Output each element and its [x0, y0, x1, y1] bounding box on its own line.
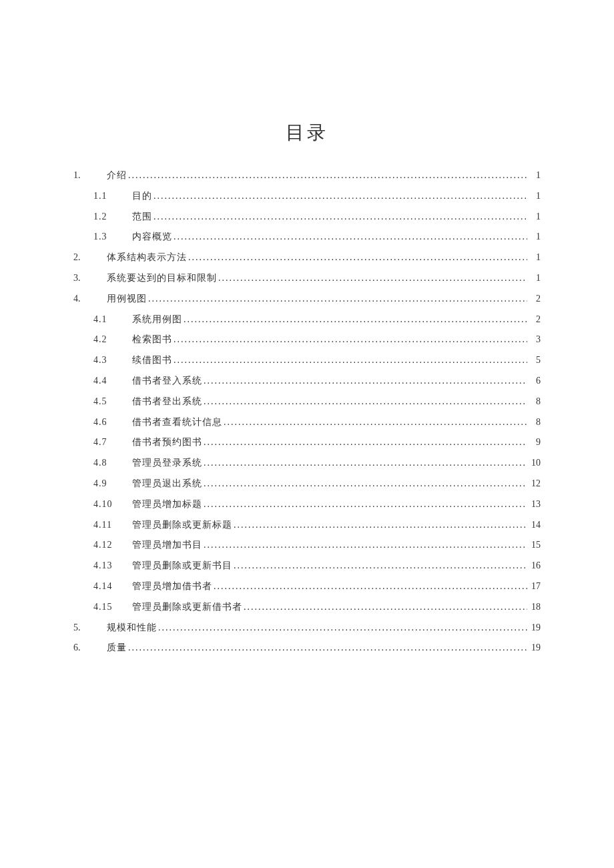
toc-entry-number: 1.2	[93, 207, 132, 228]
toc-entry-page: 8	[527, 412, 541, 433]
toc-entry-page: 15	[527, 535, 541, 556]
toc-entry[interactable]: 1.2范围1	[73, 207, 541, 228]
toc-entry-number: 1.1	[93, 186, 132, 207]
toc-entry-number: 4.2	[93, 330, 132, 350]
toc-entry-title: 管理员删除或更新借书者	[132, 597, 242, 618]
toc-entry-number: 4.1	[93, 310, 132, 330]
toc-entry[interactable]: 1.1目的1	[73, 186, 541, 207]
toc-entry-number: 4.8	[93, 453, 132, 474]
toc-entry[interactable]: 1.3内容概览1	[73, 227, 541, 248]
toc-entry[interactable]: 4.10管理员增加标题13	[73, 494, 541, 515]
page-title: 目录	[73, 120, 541, 145]
toc-entry[interactable]: 4.3续借图书5	[73, 350, 541, 371]
toc-entry-page: 1	[527, 227, 541, 248]
toc-entry-number: 4.3	[93, 350, 132, 371]
toc-entry-title: 规模和性能	[107, 618, 157, 638]
toc-entry-title: 管理员登录系统	[132, 453, 202, 474]
toc-dots	[242, 597, 527, 618]
toc-dots	[152, 207, 527, 228]
toc-dots	[202, 474, 527, 494]
toc-entry[interactable]: 4.15管理员删除或更新借书者18	[73, 597, 541, 618]
toc-dots	[147, 289, 527, 310]
toc-dots	[212, 576, 527, 597]
toc-entry-title: 借书者登出系统	[132, 392, 202, 412]
toc-entry[interactable]: 4.14管理员增加借书者17	[73, 576, 541, 597]
toc-entry-page: 8	[527, 392, 541, 412]
toc-entry[interactable]: 4.用例视图2	[73, 289, 541, 310]
toc-entry-page: 6	[527, 371, 541, 392]
toc-entry-page: 2	[527, 289, 541, 310]
toc-entry-title: 管理员增加书目	[132, 535, 202, 556]
toc-entry[interactable]: 4.7借书者预约图书9	[73, 432, 541, 453]
toc-dots	[182, 310, 527, 330]
toc-dots	[152, 186, 527, 207]
toc-dots	[127, 638, 527, 659]
toc-entry[interactable]: 4.12管理员增加书目15	[73, 535, 541, 556]
toc-entry[interactable]: 1.介绍1	[73, 165, 541, 186]
toc-entry-page: 12	[527, 474, 541, 494]
toc-dots	[202, 392, 527, 412]
toc-entry[interactable]: 4.9管理员退出系统12	[73, 474, 541, 494]
toc-entry[interactable]: 4.13管理员删除或更新书目16	[73, 556, 541, 576]
toc-entry-title: 系统要达到的目标和限制	[107, 268, 217, 289]
toc-entry[interactable]: 4.6借书者查看统计信息8	[73, 412, 541, 433]
toc-entry[interactable]: 4.11管理员删除或更新标题14	[73, 515, 541, 536]
toc-entry-page: 10	[527, 453, 541, 474]
toc-entry-page: 18	[527, 597, 541, 618]
toc-entry-title: 用例视图	[107, 289, 147, 310]
toc-entry-title: 管理员退出系统	[132, 474, 202, 494]
toc-entry-title: 管理员删除或更新书目	[132, 556, 232, 576]
toc-entry-number: 4.10	[93, 494, 132, 515]
toc-entry-title: 管理员增加标题	[132, 494, 202, 515]
toc-entry-number: 4.11	[93, 515, 132, 536]
toc-entry[interactable]: 4.8管理员登录系统10	[73, 453, 541, 474]
toc-entry-page: 17	[527, 576, 541, 597]
toc-entry-number: 4.14	[93, 576, 132, 597]
toc-entry-page: 1	[527, 248, 541, 268]
toc-entry-page: 1	[527, 268, 541, 289]
toc-entry[interactable]: 4.2检索图书3	[73, 330, 541, 350]
toc-entry-number: 1.	[73, 165, 107, 186]
toc-entry-page: 13	[527, 494, 541, 515]
toc-dots	[172, 350, 527, 371]
toc-entry[interactable]: 6.质量19	[73, 638, 541, 659]
toc-entry[interactable]: 4.5借书者登出系统8	[73, 392, 541, 412]
toc-entry-number: 6.	[73, 638, 107, 659]
toc-entry-page: 19	[527, 638, 541, 659]
toc-entry-number: 4.	[73, 289, 107, 310]
toc-entry-title: 介绍	[107, 165, 127, 186]
toc-entry-page: 2	[527, 310, 541, 330]
toc-entry-page: 1	[527, 186, 541, 207]
table-of-contents: 1.介绍11.1目的11.2范围11.3内容概览12.体系结构表示方法13.系统…	[73, 165, 541, 659]
toc-entry[interactable]: 4.4借书者登入系统6	[73, 371, 541, 392]
toc-entry-number: 1.3	[93, 227, 132, 248]
toc-entry[interactable]: 5.规模和性能19	[73, 618, 541, 638]
toc-entry-number: 4.7	[93, 432, 132, 453]
toc-entry-page: 9	[527, 432, 541, 453]
toc-entry-number: 4.12	[93, 535, 132, 556]
toc-entry-number: 5.	[73, 618, 107, 638]
toc-dots	[187, 248, 527, 268]
toc-entry[interactable]: 4.1系统用例图2	[73, 310, 541, 330]
toc-dots	[232, 556, 527, 576]
toc-dots	[127, 165, 527, 186]
toc-entry-page: 3	[527, 330, 541, 350]
toc-entry-title: 系统用例图	[132, 310, 182, 330]
toc-entry-title: 范围	[132, 207, 152, 228]
toc-entry-page: 14	[527, 515, 541, 536]
toc-entry-number: 4.5	[93, 392, 132, 412]
toc-dots	[172, 227, 527, 248]
toc-entry-title: 体系结构表示方法	[107, 248, 187, 268]
toc-entry[interactable]: 2.体系结构表示方法1	[73, 248, 541, 268]
toc-entry-number: 4.6	[93, 412, 132, 433]
toc-dots	[217, 268, 527, 289]
toc-entry-title: 目的	[132, 186, 152, 207]
toc-entry-page: 1	[527, 165, 541, 186]
toc-entry-title: 管理员增加借书者	[132, 576, 212, 597]
toc-entry-title: 续借图书	[132, 350, 172, 371]
toc-entry-page: 5	[527, 350, 541, 371]
toc-entry[interactable]: 3.系统要达到的目标和限制1	[73, 268, 541, 289]
toc-dots	[202, 535, 527, 556]
toc-dots	[157, 618, 527, 638]
toc-entry-title: 管理员删除或更新标题	[132, 515, 232, 536]
